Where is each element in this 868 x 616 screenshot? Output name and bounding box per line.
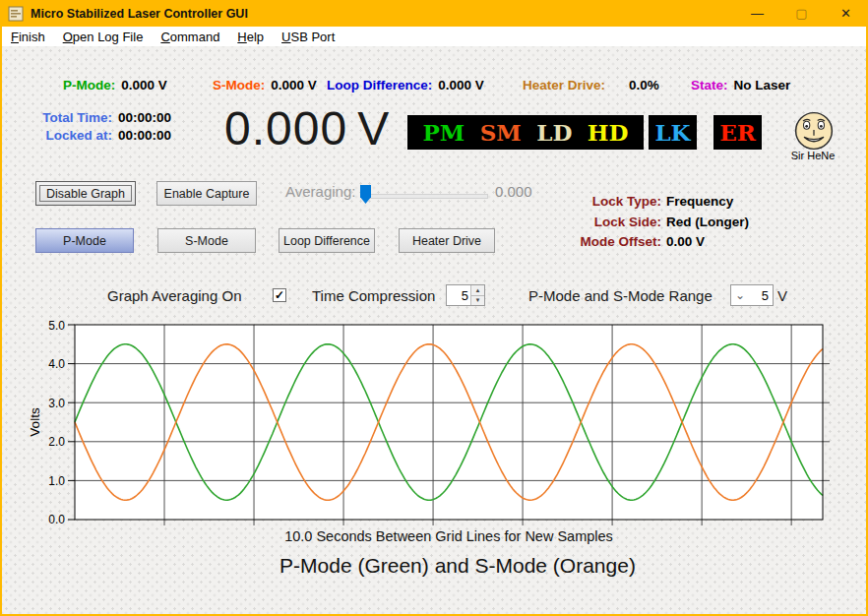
x-axis-caption: 10.0 Seconds Between Grid Lines for New … xyxy=(75,528,823,544)
p-mode-readout-label: P-Mode: xyxy=(63,78,115,92)
main-voltage-unit: V xyxy=(357,101,390,155)
menu-item-finish[interactable]: Finish xyxy=(2,30,54,44)
y-tick-3: 3.0 xyxy=(48,397,65,410)
graph-averaging-label: Graph Averaging On xyxy=(107,287,241,304)
mascot-label: Sir HeNe xyxy=(783,150,842,161)
graph-averaging-checkbox[interactable]: ✓ xyxy=(273,288,286,302)
s-mode-readout-label: S-Mode: xyxy=(213,78,265,92)
time-compression-label: Time Compression xyxy=(312,287,435,304)
locked-at-label: Locked at: xyxy=(37,127,112,145)
waveform-chart: 5.0 4.0 3.0 2.0 1.0 0.0 Volts xyxy=(0,313,868,555)
indicator-pm: PM xyxy=(422,119,465,146)
total-time-row: Total Time: 00:00:00 xyxy=(37,109,171,127)
minimize-button[interactable]: — xyxy=(735,0,779,27)
maximize-button: ▢ xyxy=(779,0,824,27)
indicator-ld: LD xyxy=(536,119,572,146)
spin-up-button[interactable]: ▲ xyxy=(471,285,484,295)
spin-down-icon: ▼ xyxy=(475,297,481,303)
close-button[interactable]: ✕ xyxy=(824,0,868,27)
menu-bar: Finish Open Log File Command Help USB Po… xyxy=(2,27,866,46)
time-compression-spinner[interactable]: 5 ▲ ▼ xyxy=(446,284,485,306)
menu-item-open-log-file[interactable]: Open Log File xyxy=(54,30,153,44)
lock-side-label: Lock Side: xyxy=(547,213,661,233)
loop-difference-button[interactable]: Loop Difference xyxy=(279,228,375,253)
averaging-value: 0.000 xyxy=(495,183,532,200)
menu-item-command[interactable]: Command xyxy=(152,30,228,44)
locked-at-value: 00:00:00 xyxy=(118,127,171,145)
maximize-icon: ▢ xyxy=(795,6,807,21)
chevron-down-icon: ⌄ xyxy=(735,290,745,300)
indicator-hd: HD xyxy=(588,119,629,146)
y-tick-0: 0.0 xyxy=(48,513,65,526)
y-tick-labels: 5.0 4.0 3.0 2.0 1.0 0.0 xyxy=(48,319,65,527)
loop-difference-readout-value: 0.000 V xyxy=(438,78,484,92)
minimize-icon: — xyxy=(751,6,764,21)
total-time-value: 00:00:00 xyxy=(118,109,171,127)
mode-offset-label: Mode Offset: xyxy=(547,232,661,253)
indicator-sm: SM xyxy=(480,119,522,146)
menu-item-help[interactable]: Help xyxy=(228,30,273,44)
main-voltage-value: 0.000 xyxy=(224,101,347,155)
y-axis-label: Volts xyxy=(28,407,42,437)
s-mode-button[interactable]: S-Mode xyxy=(157,228,256,253)
check-icon: ✓ xyxy=(275,288,284,302)
loop-difference-readout: Loop Difference:0.000 V xyxy=(327,78,484,92)
plot-area xyxy=(75,325,823,520)
lock-info-block: Lock Type: Frequency Lock Side: Red (Lon… xyxy=(547,192,749,253)
heater-drive-readout: Heater Drive:0.0% xyxy=(523,78,659,92)
app-icon xyxy=(8,6,24,22)
window-title: Micro Stabilized Laser Controller GUI xyxy=(31,7,248,21)
range-label: P-Mode and S-Mode Range xyxy=(528,287,713,304)
enable-capture-button[interactable]: Enable Capture xyxy=(156,181,257,206)
lock-type-value: Frequency xyxy=(666,192,749,213)
s-mode-readout: S-Mode:0.000 V xyxy=(213,78,317,92)
indicator-lk: LK xyxy=(654,119,690,146)
range-unit-label: V xyxy=(777,287,787,304)
title-bar[interactable]: Micro Stabilized Laser Controller GUI — … xyxy=(0,0,868,27)
lock-indicator-box: LK xyxy=(649,115,697,150)
heater-drive-readout-value: 0.0% xyxy=(629,78,659,92)
y-tick-4: 4.0 xyxy=(48,357,65,371)
indicator-er: ER xyxy=(719,119,756,146)
error-indicator-box: ER xyxy=(713,115,762,150)
state-readout-value: No Laser xyxy=(734,78,791,92)
axis-ticks xyxy=(68,325,75,520)
disable-graph-button[interactable]: Disable Graph xyxy=(35,181,136,206)
mode-offset-value: 0.00 V xyxy=(666,232,749,253)
y-tick-2: 2.0 xyxy=(48,435,65,449)
mode-indicator-group: PM SM LD HD xyxy=(407,115,644,150)
state-readout: State:No Laser xyxy=(691,78,790,92)
s-mode-readout-value: 0.000 V xyxy=(271,78,317,92)
range-select[interactable]: ⌄ 5 xyxy=(730,284,774,306)
averaging-slider-track[interactable] xyxy=(362,194,488,199)
close-icon: ✕ xyxy=(840,6,851,21)
lock-type-label: Lock Type: xyxy=(547,192,661,213)
spin-down-button[interactable]: ▼ xyxy=(471,295,484,306)
loop-difference-readout-label: Loop Difference: xyxy=(327,78,432,92)
lock-side-value: Red (Longer) xyxy=(666,213,749,233)
menu-item-usb-port[interactable]: USB Port xyxy=(273,30,343,44)
range-value: 5 xyxy=(745,288,773,303)
y-tick-1: 1.0 xyxy=(48,474,65,488)
window-controls: — ▢ ✕ xyxy=(735,0,868,27)
heater-drive-button[interactable]: Heater Drive xyxy=(399,228,495,253)
smiley-face-icon xyxy=(793,110,835,152)
heater-drive-readout-label: Heater Drive: xyxy=(523,78,605,92)
app-window: Micro Stabilized Laser Controller GUI — … xyxy=(0,0,868,616)
p-mode-readout: P-Mode:0.000 V xyxy=(63,78,167,92)
averaging-label: Averaging: xyxy=(285,183,355,200)
y-tick-5: 5.0 xyxy=(48,319,65,333)
p-mode-readout-value: 0.000 V xyxy=(121,78,167,92)
spin-buttons: ▲ ▼ xyxy=(470,285,484,305)
timer-block: Total Time: 00:00:00 Locked at: 00:00:00 xyxy=(37,109,171,144)
graph-title: P-Mode (Green) and S-Mode (Orange) xyxy=(84,554,832,578)
state-readout-label: State: xyxy=(691,78,728,92)
locked-at-row: Locked at: 00:00:00 xyxy=(37,127,171,145)
p-mode-button[interactable]: P-Mode xyxy=(35,228,134,253)
time-compression-value[interactable]: 5 xyxy=(447,285,470,305)
spin-up-icon: ▲ xyxy=(475,287,481,293)
total-time-label: Total Time: xyxy=(37,109,112,127)
main-voltage-display: 0.000 V xyxy=(224,101,390,155)
